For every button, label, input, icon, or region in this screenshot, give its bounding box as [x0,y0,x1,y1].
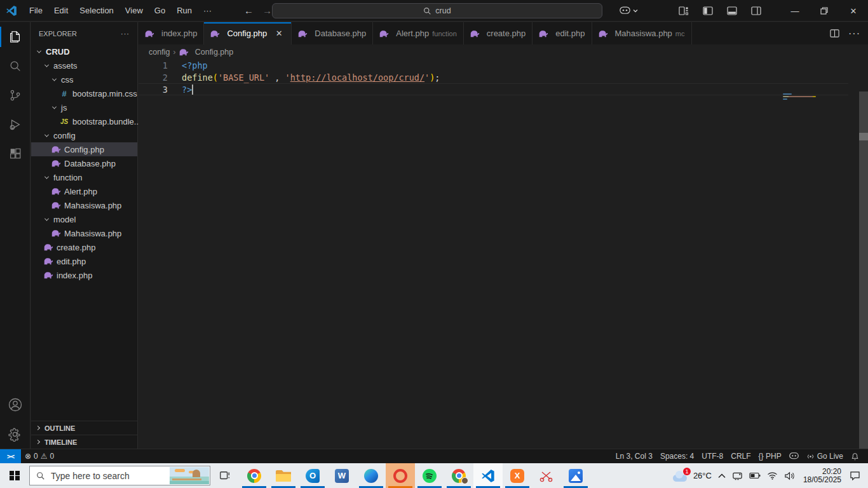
breadcrumb-folder[interactable]: config [149,48,170,57]
taskbar-search-box[interactable]: Type here to search [29,466,210,485]
menu-file[interactable]: File [24,3,48,18]
taskbar-file-explorer[interactable] [269,463,298,488]
tree-folder-crud[interactable]: CRUD [31,44,137,58]
split-editor-icon[interactable] [830,29,839,38]
taskbar-opera-active[interactable] [386,463,415,488]
problems-indicator[interactable]: ⊗0 ⚠0 [21,449,58,463]
weather-cloud-icon [673,475,687,482]
tree-file-edit-php[interactable]: edit.php [31,254,137,268]
tray-wifi-button[interactable] [764,463,781,488]
tree-folder-function[interactable]: function [31,170,137,184]
tree-folder-css[interactable]: css [31,72,137,86]
minimap[interactable] [783,93,821,101]
close-tab-icon[interactable]: ✕ [273,28,285,39]
taskbar-snipping-tool[interactable] [532,463,561,488]
copilot-button[interactable] [620,6,638,15]
menu-edit[interactable]: Edit [48,3,74,18]
tree-file-create-php[interactable]: create.php [31,240,137,254]
timeline-section[interactable]: TIMELINE [31,435,137,449]
account-icon[interactable] [0,390,31,419]
eol-sequence[interactable]: CRLF [727,449,754,463]
toggle-secondary-sidebar-icon[interactable] [751,6,761,16]
taskbar-outlook[interactable]: O [298,463,327,488]
source-control-icon[interactable] [0,81,31,110]
toggle-panel-icon[interactable] [727,6,737,16]
taskbar-vscode-active[interactable] [473,463,503,488]
breadcrumb-file[interactable]: Config.php [195,48,233,57]
chevron-down-icon [44,62,49,67]
restore-button[interactable] [810,0,839,22]
outline-section[interactable]: OUTLINE [31,421,137,435]
taskbar-spotify[interactable] [415,463,444,488]
code-area[interactable]: 1 <?php 2 define('BASE_URL' , 'http://lo… [139,59,868,449]
tray-expand-button[interactable] [715,463,729,488]
explorer-actions-button[interactable]: ··· [121,30,130,37]
taskbar-xampp[interactable]: X [503,463,532,488]
close-button[interactable]: ✕ [839,0,868,22]
tree-file-database-php[interactable]: Database.php [31,156,137,170]
encoding[interactable]: UTF-8 [698,449,727,463]
search-highlight-image[interactable] [170,467,209,484]
tree-file-bootstrap-js[interactable]: JSbootstrap.bundle.... [31,114,137,128]
tab-database-php[interactable]: Database.php [292,22,373,44]
tray-battery-button[interactable] [746,463,764,488]
nav-forward-icon[interactable]: → [262,5,272,16]
menu-selection[interactable]: Selection [74,3,119,18]
tree-folder-config[interactable]: config [31,128,137,142]
tree-file-alert-php[interactable]: Alert.php [31,184,137,198]
task-view-button[interactable] [210,463,240,488]
scrollbar-thumb[interactable] [859,133,868,140]
run-debug-icon[interactable] [0,110,31,139]
tab-edit-php[interactable]: edit.php [532,22,592,44]
taskbar-chrome[interactable] [240,463,269,488]
tree-file-index-php[interactable]: index.php [31,268,137,282]
minimize-button[interactable]: — [780,0,810,22]
nav-back-icon[interactable]: ← [244,5,254,16]
tree-file-mahasiswa-function-php[interactable]: Mahasiswa.php [31,198,137,212]
remote-indicator[interactable]: >< [0,449,21,463]
notifications-bell-button[interactable] [847,449,863,463]
tree-file-bootstrap-css[interactable]: #bootstrap.min.css [31,86,137,100]
action-center-button[interactable] [846,463,868,488]
extensions-icon[interactable] [0,139,31,168]
weather-widget[interactable]: 1 26°C [670,463,715,488]
tab-index-php[interactable]: index.php [139,22,204,44]
tab-create-php[interactable]: create.php [464,22,532,44]
taskbar-word[interactable]: W [327,463,356,488]
broadcast-icon [806,452,815,461]
search-sidebar-icon[interactable] [0,51,31,81]
language-mode[interactable]: {} PHP [755,449,785,463]
tray-volume-button[interactable] [781,463,798,488]
menu-go[interactable]: Go [149,3,171,18]
copilot-status-button[interactable] [785,449,803,463]
tab-alert-php[interactable]: Alert.phpfunction [373,22,464,44]
tree-file-config-php[interactable]: Config.php [31,142,137,156]
tree-folder-assets[interactable]: assets [31,58,137,72]
taskbar-edge[interactable] [356,463,386,488]
vertical-scrollbar[interactable] [859,92,868,474]
tray-cast-button[interactable] [729,463,746,488]
menu-run[interactable]: Run [171,3,198,18]
toggle-sidebar-icon[interactable] [703,6,713,16]
cursor-position[interactable]: Ln 3, Col 3 [612,449,656,463]
start-button[interactable] [0,463,29,488]
breadcrumb[interactable]: config › Config.php [139,44,868,59]
tree-folder-js[interactable]: js [31,100,137,114]
command-center-search[interactable]: crud [272,3,602,18]
indentation[interactable]: Spaces: 4 [656,449,698,463]
tab-mahasiswa-model-php[interactable]: Mahasiswa.phpmc [592,22,692,44]
editor-more-actions-icon[interactable]: ··· [848,28,860,39]
taskbar-photos[interactable] [561,463,590,488]
explorer-icon[interactable] [0,22,31,51]
go-live-button[interactable]: Go Live [803,449,847,463]
tab-config-php[interactable]: Config.php✕ [204,22,292,44]
tree-file-mahasiswa-model-php[interactable]: Mahasiswa.php [31,226,137,240]
customize-layout-icon[interactable] [679,6,689,16]
clock-widget[interactable]: 20:20 18/05/2025 [798,468,846,484]
menu-view[interactable]: View [119,3,149,18]
menu-more[interactable]: ··· [198,3,217,18]
taskbar-chrome-profile[interactable] [444,463,473,488]
tree-folder-model[interactable]: model [31,212,137,226]
settings-gear-icon[interactable] [0,419,31,449]
warning-icon: ⚠ [41,452,48,461]
